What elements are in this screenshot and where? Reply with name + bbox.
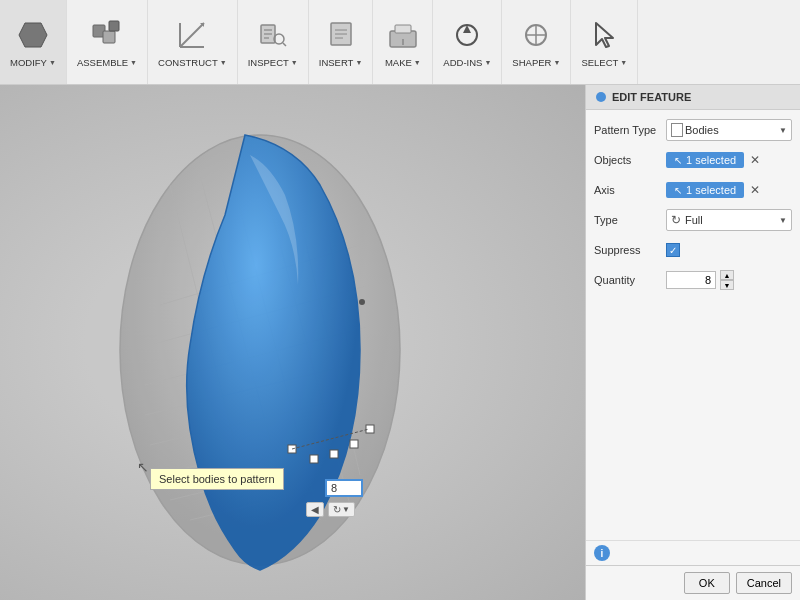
panel-info-row: i xyxy=(586,540,800,565)
axis-selected-badge[interactable]: ↖ 1 selected xyxy=(666,182,744,198)
axis-row: Axis ↖ 1 selected ✕ xyxy=(594,178,792,202)
shaper-icon xyxy=(518,17,554,53)
assemble-label: ASSEMBLE ▼ xyxy=(77,57,137,68)
objects-clear-button[interactable]: ✕ xyxy=(748,153,762,167)
objects-value: 1 selected xyxy=(686,154,736,166)
objects-label: Objects xyxy=(594,154,662,166)
quantity-up-button[interactable]: ▲ xyxy=(720,270,734,280)
quantity-control: ▲ ▼ xyxy=(666,270,792,290)
objects-selected-badge[interactable]: ↖ 1 selected xyxy=(666,152,744,168)
svg-rect-44 xyxy=(330,450,338,458)
quantity-label: Quantity xyxy=(594,274,662,286)
toolbar-item-make[interactable]: MAKE ▼ xyxy=(373,0,433,84)
insert-label: INSERT ▼ xyxy=(319,57,363,68)
edit-feature-panel: EDIT FEATURE Pattern Type Bodies ▼ Objec… xyxy=(585,85,800,600)
pattern-type-dropdown[interactable]: Bodies ▼ xyxy=(666,119,792,141)
objects-row: Objects ↖ 1 selected ✕ xyxy=(594,148,792,172)
cursor-pointer: ↖ xyxy=(137,459,145,467)
info-icon: i xyxy=(594,545,610,561)
suppress-control: ✓ xyxy=(666,243,792,257)
quantity-input[interactable] xyxy=(666,271,716,289)
toolbar-item-construct[interactable]: CONSTRUCT ▼ xyxy=(148,0,238,84)
inline-quantity-edit[interactable]: 8 xyxy=(325,479,363,497)
svg-rect-19 xyxy=(395,25,411,33)
toolbar-item-select[interactable]: SELECT ▼ xyxy=(571,0,638,84)
svg-line-4 xyxy=(180,23,204,47)
3d-viewport[interactable]: Select bodies to pattern ↖ 8 ◀ ↻▼ xyxy=(0,85,585,600)
modify-caret: ▼ xyxy=(49,59,56,66)
make-label: MAKE ▼ xyxy=(385,57,421,68)
rotate-label: ▼ xyxy=(342,505,350,514)
quantity-row: Quantity ▲ ▼ xyxy=(594,268,792,292)
toolbar-item-addins[interactable]: ADD-INS ▼ xyxy=(433,0,502,84)
inline-quantity-value: 8 xyxy=(331,482,337,494)
main-area: Select bodies to pattern ↖ 8 ◀ ↻▼ EDIT F… xyxy=(0,85,800,600)
panel-footer: OK Cancel xyxy=(586,565,800,600)
toolbar-item-inspect[interactable]: INSPECT ▼ xyxy=(238,0,309,84)
type-control: ↻ Full ▼ xyxy=(666,209,792,231)
suppress-label: Suppress xyxy=(594,244,662,256)
panel-header: EDIT FEATURE xyxy=(586,85,800,110)
svg-rect-43 xyxy=(310,455,318,463)
select-label: SELECT ▼ xyxy=(581,57,627,68)
axis-control: ↖ 1 selected ✕ xyxy=(666,182,792,198)
3d-shape xyxy=(50,105,470,585)
modify-label: MODIFY ▼ xyxy=(10,57,56,68)
toolbar-item-assemble[interactable]: ASSEMBLE ▼ xyxy=(67,0,148,84)
type-label: Type xyxy=(594,214,662,226)
suppress-row: Suppress ✓ xyxy=(594,238,792,262)
step-back-btn[interactable]: ◀ xyxy=(306,502,324,517)
cancel-button[interactable]: Cancel xyxy=(736,572,792,594)
inspect-label: INSPECT ▼ xyxy=(248,57,298,68)
toolbar-item-modify[interactable]: MODIFY ▼ xyxy=(0,0,67,84)
type-rotate-icon: ↻ xyxy=(671,213,681,227)
axis-value: 1 selected xyxy=(686,184,736,196)
pattern-type-label: Pattern Type xyxy=(594,124,662,136)
pattern-type-control: Bodies ▼ xyxy=(666,119,792,141)
axis-clear-button[interactable]: ✕ xyxy=(748,183,762,197)
type-row: Type ↻ Full ▼ xyxy=(594,208,792,232)
svg-marker-0 xyxy=(19,23,47,47)
construct-icon xyxy=(174,17,210,53)
modify-icon xyxy=(15,17,51,53)
svg-line-13 xyxy=(283,43,286,46)
toolbar-item-shaper[interactable]: SHAPER ▼ xyxy=(502,0,571,84)
svg-rect-45 xyxy=(350,440,358,448)
type-arrow: ▼ xyxy=(779,216,787,225)
addins-label: ADD-INS ▼ xyxy=(443,57,491,68)
axis-cursor-icon: ↖ xyxy=(674,185,682,196)
type-value: Full xyxy=(685,214,703,226)
pattern-type-row: Pattern Type Bodies ▼ xyxy=(594,118,792,142)
toolbar-item-insert[interactable]: INSERT ▼ xyxy=(309,0,374,84)
toolbar: MODIFY ▼ ASSEMBLE ▼ CONSTRUCT xyxy=(0,0,800,85)
quantity-spinner: ▲ ▼ xyxy=(720,270,734,290)
quantity-down-button[interactable]: ▼ xyxy=(720,280,734,290)
ok-button[interactable]: OK xyxy=(684,572,730,594)
shaper-label: SHAPER ▼ xyxy=(512,57,560,68)
svg-rect-2 xyxy=(103,31,115,43)
addins-icon xyxy=(449,17,485,53)
rotate-btn[interactable]: ↻▼ xyxy=(328,502,355,517)
insert-icon xyxy=(323,17,359,53)
panel-header-dot xyxy=(596,92,606,102)
type-dropdown[interactable]: ↻ Full ▼ xyxy=(666,209,792,231)
objects-cursor-icon: ↖ xyxy=(674,155,682,166)
assemble-icon xyxy=(89,17,125,53)
inspect-icon xyxy=(255,17,291,53)
select-icon xyxy=(586,17,622,53)
pattern-type-value: Bodies xyxy=(685,124,719,136)
suppress-checkbox[interactable]: ✓ xyxy=(666,243,680,257)
bodies-icon xyxy=(671,123,683,137)
svg-rect-3 xyxy=(109,21,119,31)
svg-point-48 xyxy=(359,299,365,305)
svg-marker-26 xyxy=(596,23,613,47)
inline-controls: ◀ ↻▼ xyxy=(306,502,355,517)
pattern-type-arrow: ▼ xyxy=(779,126,787,135)
axis-label: Axis xyxy=(594,184,662,196)
construct-label: CONSTRUCT ▼ xyxy=(158,57,227,68)
panel-body: Pattern Type Bodies ▼ Objects ↖ 1 select… xyxy=(586,110,800,540)
objects-control: ↖ 1 selected ✕ xyxy=(666,152,792,168)
panel-title: EDIT FEATURE xyxy=(612,91,691,103)
make-icon xyxy=(385,17,421,53)
